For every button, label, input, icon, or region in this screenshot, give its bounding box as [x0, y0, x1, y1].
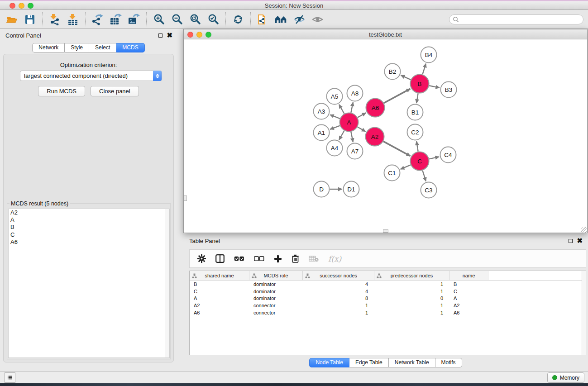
table-cell[interactable]: A6: [449, 310, 488, 315]
column-header-predecessor-nodes[interactable]: predecessor nodes: [374, 271, 449, 280]
graph-node-A[interactable]: A: [340, 113, 359, 132]
show-all-button[interactable]: [308, 12, 326, 27]
table-cell[interactable]: A2: [449, 303, 488, 308]
tab-select[interactable]: Select: [89, 43, 116, 52]
close-control-panel-icon[interactable]: ✖: [167, 33, 172, 38]
save-session-button[interactable]: [21, 12, 39, 27]
graph-node-B2[interactable]: B2: [385, 64, 401, 80]
tab-motifs[interactable]: Motifs: [435, 358, 462, 367]
graph-node-C1[interactable]: C1: [384, 165, 400, 181]
table-cell[interactable]: A: [190, 295, 249, 301]
close-panel-button[interactable]: Close panel: [91, 86, 139, 96]
mcds-result-list[interactable]: A2ABCA6: [8, 209, 170, 358]
float-table-panel-icon[interactable]: [569, 239, 573, 243]
tab-node-table[interactable]: Node Table: [309, 358, 349, 367]
select-all-rows-button[interactable]: [234, 256, 244, 262]
graph-node-A5[interactable]: A5: [327, 89, 343, 105]
table-cell[interactable]: dominator: [249, 289, 303, 294]
table-cell[interactable]: A6: [190, 310, 249, 315]
graph-node-A4[interactable]: A4: [327, 140, 343, 156]
memory-button[interactable]: Memory: [547, 372, 584, 383]
table-cell[interactable]: A2: [190, 303, 249, 308]
table-cell[interactable]: 1: [374, 303, 449, 308]
show-panels-list-button[interactable]: [5, 372, 15, 383]
graph-node-C2[interactable]: C2: [407, 124, 423, 140]
tab-style[interactable]: Style: [65, 43, 89, 52]
table-cell[interactable]: 1: [303, 310, 374, 315]
hide-selected-button[interactable]: [290, 12, 308, 27]
first-neighbors-button[interactable]: [272, 12, 290, 27]
table-mode-button[interactable]: [197, 254, 206, 263]
criterion-dropdown[interactable]: largest connected component (directed): [20, 71, 162, 81]
tab-network-table[interactable]: Network Table: [389, 358, 435, 367]
table-cell[interactable]: 8: [303, 295, 374, 301]
zoom-out-button[interactable]: [168, 12, 186, 27]
table-cell[interactable]: B: [449, 281, 488, 287]
close-table-panel-icon[interactable]: ✖: [577, 238, 583, 243]
network-canvas[interactable]: AA1A2A3A4A5A6A7A8BB1B2B3B4CC1C2C3C4DD1: [184, 39, 587, 233]
float-control-panel-icon[interactable]: [158, 33, 163, 38]
deselect-all-rows-button[interactable]: [254, 256, 264, 262]
open-session-button[interactable]: [3, 12, 21, 27]
table-vertical-scrollbar[interactable]: [582, 271, 586, 355]
import-network-button[interactable]: [46, 12, 64, 27]
graph-node-C[interactable]: C: [411, 152, 429, 171]
run-mcds-button[interactable]: Run MCDS: [38, 86, 85, 96]
search-input[interactable]: [459, 15, 583, 24]
table-row[interactable]: Cdominator41C: [190, 288, 586, 295]
add-column-button[interactable]: [274, 255, 282, 263]
function-builder-button[interactable]: f(x): [328, 254, 341, 263]
table-row[interactable]: Adominator80A: [190, 295, 586, 302]
graph-node-A8[interactable]: A8: [347, 86, 363, 101]
delete-columns-button[interactable]: [292, 254, 299, 263]
tab-network[interactable]: Network: [32, 43, 65, 52]
table-cell[interactable]: 0: [374, 295, 449, 301]
apply-layout-button[interactable]: [229, 12, 247, 27]
table-cell[interactable]: 1: [303, 303, 374, 308]
graph-node-A1[interactable]: A1: [314, 125, 330, 141]
graph-node-B1[interactable]: B1: [407, 105, 423, 120]
table-row[interactable]: Bdominator41B: [190, 281, 586, 288]
mcds-result-item[interactable]: B: [9, 224, 169, 231]
mcds-result-item[interactable]: A: [9, 216, 169, 224]
graph-node-B4[interactable]: B4: [421, 47, 437, 63]
table-cell[interactable]: 1: [374, 281, 449, 287]
column-header-successor-nodes[interactable]: successor nodes: [303, 271, 374, 280]
zoom-selected-button[interactable]: [204, 12, 222, 27]
table-cell[interactable]: 1: [374, 310, 449, 315]
table-cell[interactable]: C: [449, 289, 488, 294]
graph-node-D[interactable]: D: [314, 181, 330, 197]
graph-node-D1[interactable]: D1: [344, 181, 359, 197]
table-cell[interactable]: C: [190, 289, 249, 294]
mcds-result-item[interactable]: A6: [9, 238, 169, 246]
graph-node-C4[interactable]: C4: [440, 147, 456, 163]
column-header-name[interactable]: name: [449, 271, 488, 280]
export-image-button[interactable]: [125, 12, 143, 27]
new-network-from-selection-button[interactable]: [254, 12, 272, 27]
column-header-shared-name[interactable]: shared name: [190, 271, 249, 280]
mcds-result-item[interactable]: A2: [9, 209, 169, 216]
network-vertical-scrollbar[interactable]: [184, 195, 187, 201]
mcds-result-item[interactable]: C: [9, 231, 169, 238]
table-cell[interactable]: 4: [303, 289, 374, 294]
window-resize-grip[interactable]: [581, 227, 587, 233]
zoom-fit-button[interactable]: [186, 12, 204, 27]
column-header-MCDS-role[interactable]: MCDS role: [249, 271, 303, 280]
table-cell[interactable]: A: [449, 295, 488, 301]
table-cell[interactable]: 1: [374, 289, 449, 294]
table-row[interactable]: A2connector11A2: [190, 302, 586, 309]
graph-node-A3[interactable]: A3: [314, 104, 330, 119]
graph-node-A7[interactable]: A7: [347, 143, 363, 159]
table-cell[interactable]: B: [190, 281, 249, 287]
table-cell[interactable]: dominator: [249, 281, 303, 287]
graph-node-A6[interactable]: A6: [366, 99, 385, 117]
table-cell[interactable]: connector: [249, 303, 303, 308]
tab-mcds[interactable]: MCDS: [116, 43, 144, 52]
tab-edge-table[interactable]: Edge Table: [349, 358, 389, 367]
graph-node-B3[interactable]: B3: [441, 82, 457, 98]
zoom-in-button[interactable]: [150, 12, 168, 27]
table-row[interactable]: A6connector11A6: [190, 309, 586, 316]
table-cell[interactable]: connector: [249, 310, 303, 315]
table-cell[interactable]: dominator: [249, 295, 303, 301]
graph-node-C3[interactable]: C3: [421, 182, 437, 198]
